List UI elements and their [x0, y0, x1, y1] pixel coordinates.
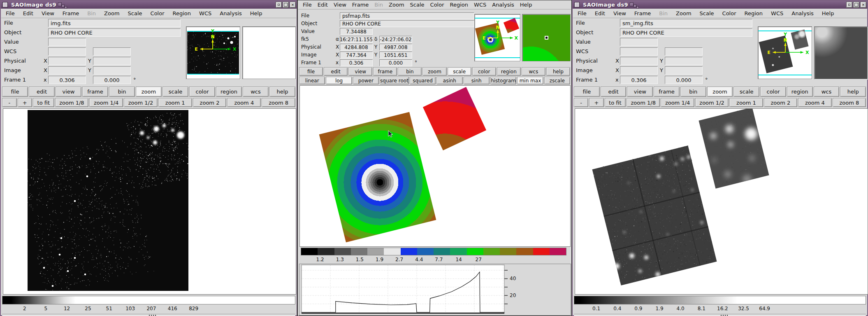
title-bar[interactable]: SAOImage ds9 ✕: [1, 1, 297, 9]
image-y-field[interactable]: 1051.651: [379, 51, 412, 59]
btn-to-fit[interactable]: to fit: [605, 98, 626, 107]
file-field[interactable]: psfmap.fits: [340, 12, 474, 19]
menu-item-region[interactable]: Region: [745, 10, 763, 16]
magnifier[interactable]: [814, 26, 868, 79]
btn-square-root[interactable]: square root: [380, 77, 409, 84]
frame-angle-field[interactable]: 0.000: [93, 76, 131, 84]
btn-color[interactable]: color: [189, 87, 215, 97]
btn--[interactable]: -: [2, 98, 17, 107]
btn-zoom-4[interactable]: zoom 4: [798, 98, 831, 107]
menu-item-edit[interactable]: Edit: [318, 2, 328, 8]
btn-zoom-8[interactable]: zoom 8: [262, 98, 295, 107]
menu-item-help[interactable]: Help: [822, 10, 834, 16]
frame-angle-field[interactable]: 0.000: [665, 76, 703, 84]
btn-zoom-1-2[interactable]: zoom 1/2: [124, 98, 158, 107]
wcs-ra-field[interactable]: [620, 47, 658, 56]
wcs-ra-field[interactable]: [48, 47, 86, 56]
wcs-dec-field[interactable]: [93, 47, 131, 56]
window-menu-icon[interactable]: [2, 2, 8, 7]
panner[interactable]: YNXE: [474, 14, 520, 61]
object-field[interactable]: RHO OPH CORE: [340, 20, 474, 27]
menu-item-color[interactable]: Color: [430, 2, 444, 8]
btn-help[interactable]: help: [269, 87, 295, 97]
colorbar[interactable]: [301, 248, 566, 255]
menu-item-scale[interactable]: Scale: [410, 2, 425, 8]
btn-region[interactable]: region: [216, 87, 242, 97]
btn-zoom-1-8[interactable]: zoom 1/8: [627, 98, 660, 107]
physical-x-field[interactable]: 4284.808: [340, 44, 373, 51]
menu-item-region[interactable]: Region: [173, 10, 191, 16]
btn--[interactable]: +: [589, 98, 603, 107]
btn-frame[interactable]: frame: [654, 87, 680, 97]
menu-item-color[interactable]: Color: [722, 10, 736, 16]
minimize-button[interactable]: [846, 2, 852, 8]
physical-x-field[interactable]: [620, 57, 658, 65]
btn-frame[interactable]: frame: [373, 67, 397, 76]
profile-graph[interactable]: 4020: [299, 264, 571, 316]
btn-histogram[interactable]: histogram: [490, 77, 516, 84]
object-field[interactable]: RHO OPH CORE: [620, 28, 752, 37]
menu-item-file[interactable]: File: [6, 10, 15, 16]
object-field[interactable]: RHO OPH CORE: [48, 28, 181, 37]
panner[interactable]: YNXE: [758, 26, 812, 79]
btn-zoom-1-4[interactable]: zoom 1/4: [89, 98, 123, 107]
menu-item-analysis[interactable]: Analysis: [220, 10, 242, 16]
dec-field[interactable]: -24:27:06.02: [379, 36, 412, 43]
btn-view[interactable]: view: [56, 87, 81, 97]
image-x-field[interactable]: 747.364: [340, 51, 373, 59]
menu-item-view[interactable]: View: [613, 10, 626, 16]
btn-zoom-8[interactable]: zoom 8: [833, 98, 866, 107]
menu-item-edit[interactable]: Edit: [595, 10, 605, 16]
btn-view[interactable]: view: [627, 87, 653, 97]
btn-asinh[interactable]: asinh: [436, 77, 462, 84]
physical-x-field[interactable]: [48, 57, 86, 65]
menu-item-view[interactable]: View: [42, 10, 54, 16]
btn-min-max[interactable]: min max: [517, 77, 543, 84]
maximize-button[interactable]: [853, 2, 859, 8]
btn-scale[interactable]: scale: [733, 87, 759, 97]
image-canvas[interactable]: [575, 108, 868, 295]
window-menu-icon[interactable]: [574, 2, 580, 7]
btn-zoom-4[interactable]: zoom 4: [227, 98, 261, 107]
menu-item-zoom[interactable]: Zoom: [676, 10, 691, 16]
btn-scale[interactable]: scale: [162, 87, 188, 97]
menu-item-wcs[interactable]: WCS: [771, 10, 783, 16]
maximize-button[interactable]: [283, 2, 289, 8]
btn-help[interactable]: help: [840, 87, 866, 97]
btn-file[interactable]: file: [574, 87, 600, 97]
close-button[interactable]: ✕: [290, 2, 296, 8]
btn-zoom-1-4[interactable]: zoom 1/4: [661, 98, 694, 107]
btn-color[interactable]: color: [760, 87, 786, 97]
physical-y-field[interactable]: [93, 57, 131, 65]
menu-item-frame[interactable]: Frame: [63, 10, 79, 16]
btn-file[interactable]: file: [299, 67, 323, 76]
btn-frame[interactable]: frame: [82, 87, 108, 97]
btn-to-fit[interactable]: to fit: [33, 98, 54, 107]
btn-edit[interactable]: edit: [29, 87, 55, 97]
close-button[interactable]: ✕: [860, 2, 866, 8]
magnifier[interactable]: [522, 14, 571, 61]
btn-zoom[interactable]: zoom: [136, 87, 162, 97]
menu-item-wcs[interactable]: WCS: [199, 10, 211, 16]
frame-angle-field[interactable]: 0.000: [379, 59, 412, 66]
menu-item-color[interactable]: Color: [151, 10, 165, 16]
menu-item-bin[interactable]: Bin: [659, 10, 668, 16]
btn-linear[interactable]: linear: [299, 77, 325, 84]
btn-zoom-2[interactable]: zoom 2: [193, 98, 227, 107]
menu-item-view[interactable]: View: [334, 2, 346, 8]
value-field[interactable]: 7.34488: [340, 28, 373, 35]
btn--[interactable]: +: [18, 98, 32, 107]
btn-zoom-1-2[interactable]: zoom 1/2: [695, 98, 729, 107]
btn-file[interactable]: file: [2, 87, 28, 97]
image-canvas[interactable]: [3, 108, 296, 295]
btn-zoom-1[interactable]: zoom 1: [158, 98, 192, 107]
btn-bin[interactable]: bin: [680, 87, 706, 97]
menu-item-zoom[interactable]: Zoom: [104, 10, 119, 16]
btn-edit[interactable]: edit: [324, 67, 348, 76]
menu-item-frame[interactable]: Frame: [634, 10, 651, 16]
btn-help[interactable]: help: [546, 67, 570, 76]
menu-item-frame[interactable]: Frame: [352, 2, 369, 8]
frame-zoom-field[interactable]: 0.306: [620, 76, 658, 84]
btn-zscale[interactable]: zscale: [544, 77, 570, 84]
panner[interactable]: YNXE: [186, 26, 240, 79]
